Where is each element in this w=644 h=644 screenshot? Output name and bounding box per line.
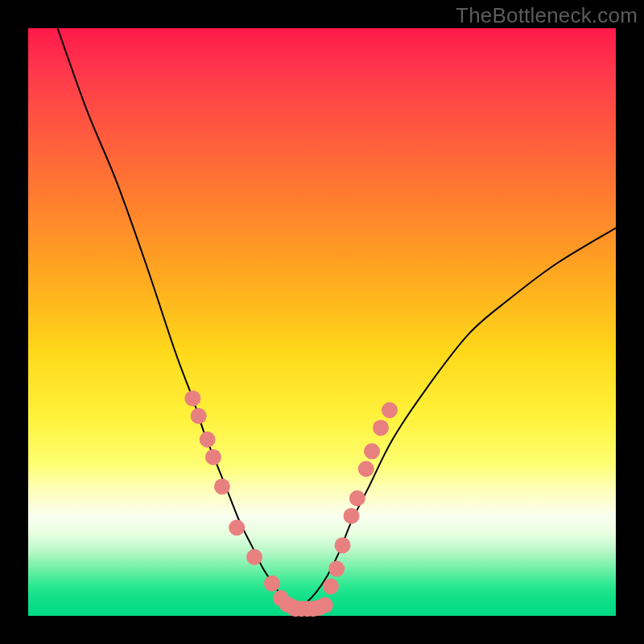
marker-dot (229, 520, 245, 536)
marker-dot (328, 561, 345, 577)
marker-dot (264, 576, 280, 592)
curve-group (58, 28, 617, 610)
marker-dot (364, 444, 380, 460)
marker-dot (317, 597, 333, 613)
marker-dot (373, 419, 389, 436)
watermark-text: TheBottleneck.com (456, 3, 638, 28)
plot-area (28, 28, 616, 616)
marker-dot (246, 549, 262, 565)
marker-dot (349, 490, 365, 506)
chart-svg (28, 28, 616, 616)
marker-dot (205, 449, 221, 465)
marker-dot (200, 431, 216, 448)
marker-dot (214, 478, 230, 494)
marker-dot (344, 508, 360, 524)
curve-left-branch (58, 28, 293, 610)
marker-dot (323, 579, 339, 595)
marker-dot (358, 461, 374, 477)
marker-dot (184, 390, 200, 407)
marker-dot (382, 402, 398, 419)
marker-group (184, 390, 398, 617)
chart-stage: TheBottleneck.com (0, 0, 644, 644)
marker-dot (335, 537, 351, 553)
marker-dot (191, 408, 207, 424)
